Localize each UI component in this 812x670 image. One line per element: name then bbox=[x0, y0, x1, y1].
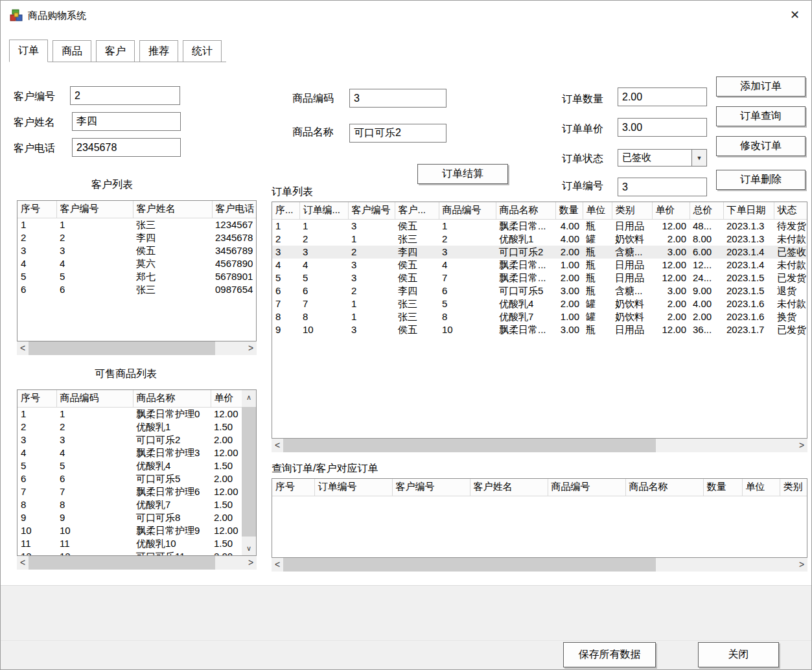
column-header[interactable]: 类别 bbox=[780, 479, 807, 496]
table-row[interactable]: 662李四6可口可乐53.00瓶含糖...3.009.002023.1.5退货 bbox=[272, 284, 807, 297]
column-header[interactable]: 数量 bbox=[555, 202, 583, 219]
column-header[interactable]: 商品编号 bbox=[548, 479, 625, 496]
scroll-right-icon[interactable]: > bbox=[245, 341, 257, 355]
modify-order-button[interactable]: 修改订单 bbox=[716, 136, 806, 156]
customer-id-field[interactable] bbox=[70, 86, 180, 105]
table-row[interactable]: 33侯五3456789 bbox=[17, 244, 257, 257]
close-icon[interactable]: ✕ bbox=[790, 8, 800, 21]
scrollbar-thumb[interactable] bbox=[242, 407, 256, 537]
table-row[interactable]: 88优酸乳71.50 bbox=[17, 498, 243, 511]
table-row[interactable]: 443侯五4飘柔日常...1.00瓶日用品12.0012...2023.1.4未… bbox=[272, 259, 807, 271]
table-row[interactable]: 77飘柔日常护理612.00 bbox=[17, 485, 243, 498]
scrollbar-thumb[interactable] bbox=[29, 556, 215, 570]
column-header[interactable]: 商品名称 bbox=[625, 479, 703, 496]
column-header[interactable]: 状态 bbox=[774, 202, 807, 219]
column-header[interactable]: 序号 bbox=[272, 479, 314, 496]
order-id-field[interactable] bbox=[618, 178, 707, 196]
tab-statistics[interactable]: 统计 bbox=[183, 40, 222, 62]
product-name-field[interactable] bbox=[349, 124, 447, 143]
close-button[interactable]: 关闭 bbox=[698, 642, 779, 667]
column-header[interactable]: 数量 bbox=[703, 479, 742, 496]
table-row[interactable]: 22优酸乳11.50 bbox=[17, 421, 243, 433]
table-row[interactable]: 221张三2优酸乳14.00罐奶饮料2.008.002023.1.3未付款 bbox=[272, 233, 807, 246]
product-list-vscrollbar[interactable]: ∧ ∨ bbox=[242, 390, 256, 555]
customer-name-field[interactable] bbox=[72, 112, 181, 131]
table-row[interactable]: 66可口可乐52.00 bbox=[17, 472, 243, 485]
table-row[interactable]: 55郑七5678901 bbox=[17, 270, 257, 283]
column-header[interactable]: 类别 bbox=[612, 202, 652, 219]
tab-products[interactable]: 商品 bbox=[52, 40, 91, 62]
table-row[interactable]: 33可口可乐22.00 bbox=[17, 433, 243, 446]
table-row[interactable]: 22李四2345678 bbox=[17, 231, 257, 244]
table-row[interactable]: 44莫六4567890 bbox=[17, 257, 257, 270]
column-header[interactable]: 商品编号 bbox=[439, 202, 496, 219]
scroll-left-icon[interactable]: < bbox=[17, 341, 29, 355]
column-header[interactable]: 订单编号 bbox=[314, 479, 392, 496]
save-all-button[interactable]: 保存所有数据 bbox=[563, 642, 656, 667]
table-row[interactable]: 881张三8优酸乳71.00罐奶饮料2.002.002023.1.6换货 bbox=[272, 310, 807, 323]
column-header[interactable]: 单价 bbox=[652, 202, 690, 219]
scrollbar-thumb[interactable] bbox=[283, 439, 656, 452]
column-header[interactable]: 客户姓名 bbox=[133, 201, 212, 218]
column-header[interactable]: 序号 bbox=[17, 390, 56, 407]
customer-list-hscrollbar[interactable]: < > bbox=[17, 341, 257, 355]
scroll-down-icon[interactable]: ∨ bbox=[242, 542, 256, 554]
column-header[interactable]: 客户编号 bbox=[348, 202, 395, 219]
customer-phone-field[interactable] bbox=[72, 138, 181, 157]
table-row[interactable]: 553侯五7飘柔日常...2.00瓶日用品12.0024...2023.1.5已… bbox=[272, 271, 807, 284]
table-row[interactable]: 55优酸乳41.50 bbox=[17, 459, 243, 472]
column-header[interactable]: 客户... bbox=[395, 202, 439, 219]
product-code-field[interactable] bbox=[349, 89, 447, 108]
column-header[interactable]: 商品名称 bbox=[133, 390, 211, 407]
scroll-up-icon[interactable]: ∧ bbox=[242, 391, 256, 403]
order-quantity-field[interactable] bbox=[618, 87, 707, 106]
table-row[interactable]: 332李四3可口可乐22.00瓶含糖...3.006.002023.1.4已签收 bbox=[272, 246, 807, 259]
column-header[interactable]: 单位 bbox=[742, 479, 780, 496]
column-header[interactable]: 订单编... bbox=[299, 202, 348, 219]
table-row[interactable]: 66张三0987654 bbox=[17, 283, 257, 296]
settle-order-button[interactable]: 订单结算 bbox=[417, 164, 508, 184]
column-header[interactable]: 客户电话 bbox=[212, 201, 257, 218]
table-row[interactable]: 1212可口可乐112.00 bbox=[17, 550, 243, 557]
column-header[interactable]: 客户编号 bbox=[56, 201, 133, 218]
column-header[interactable]: 序号 bbox=[17, 201, 56, 218]
table-row[interactable]: 44飘柔日常护理312.00 bbox=[17, 446, 243, 459]
column-header[interactable]: 客户编号 bbox=[392, 479, 470, 496]
product-list-hscrollbar[interactable]: < > bbox=[17, 556, 257, 570]
tab-recommend[interactable]: 推荐 bbox=[139, 40, 178, 62]
table-row[interactable]: 99可口可乐82.00 bbox=[17, 511, 243, 524]
column-header[interactable]: 单位 bbox=[583, 202, 612, 219]
order-status-select[interactable]: 已签收 ▼ bbox=[618, 149, 707, 167]
table-row[interactable]: 1010飘柔日常护理912.00 bbox=[17, 524, 243, 537]
scroll-left-icon[interactable]: < bbox=[17, 556, 29, 570]
table-row[interactable]: 113侯五1飘柔日常...4.00瓶日用品12.0048...2023.1.3待… bbox=[272, 219, 807, 233]
delete-order-button[interactable]: 订单删除 bbox=[716, 170, 806, 190]
column-header[interactable]: 下单日期 bbox=[723, 202, 774, 219]
query-order-button[interactable]: 订单查询 bbox=[716, 106, 806, 126]
scrollbar-thumb[interactable] bbox=[29, 341, 215, 355]
scroll-right-icon[interactable]: > bbox=[796, 439, 807, 452]
tab-customers[interactable]: 客户 bbox=[96, 40, 135, 62]
order-list-hscrollbar[interactable]: < > bbox=[272, 439, 807, 452]
scroll-right-icon[interactable]: > bbox=[796, 558, 807, 572]
column-header[interactable]: 序... bbox=[272, 202, 299, 219]
column-header[interactable]: 商品编码 bbox=[56, 390, 133, 407]
query-list-hscrollbar[interactable]: < > bbox=[272, 558, 807, 572]
order-price-field[interactable] bbox=[618, 118, 707, 137]
scroll-left-icon[interactable]: < bbox=[272, 439, 283, 452]
table-row[interactable]: 11飘柔日常护理012.00 bbox=[17, 407, 243, 421]
column-header[interactable]: 单价 bbox=[211, 390, 243, 407]
tab-orders[interactable]: 订单 bbox=[9, 40, 48, 62]
add-order-button[interactable]: 添加订单 bbox=[716, 76, 806, 97]
table-row[interactable]: 1111优酸乳101.50 bbox=[17, 537, 243, 550]
table-row[interactable]: 771张三5优酸乳42.00罐奶饮料2.004.002023.1.6未付款 bbox=[272, 297, 807, 310]
column-header[interactable]: 客户姓名 bbox=[470, 479, 548, 496]
chevron-down-icon[interactable]: ▼ bbox=[691, 150, 706, 166]
table-row[interactable]: 11张三1234567 bbox=[17, 218, 257, 231]
scroll-right-icon[interactable]: > bbox=[245, 556, 257, 570]
scroll-left-icon[interactable]: < bbox=[272, 558, 283, 572]
column-header[interactable]: 总价 bbox=[690, 202, 723, 219]
scrollbar-thumb[interactable] bbox=[283, 558, 656, 572]
table-row[interactable]: 9103侯五10飘柔日常...3.00瓶日用品12.0036...2023.1.… bbox=[272, 323, 807, 336]
column-header[interactable]: 商品名称 bbox=[496, 202, 555, 219]
